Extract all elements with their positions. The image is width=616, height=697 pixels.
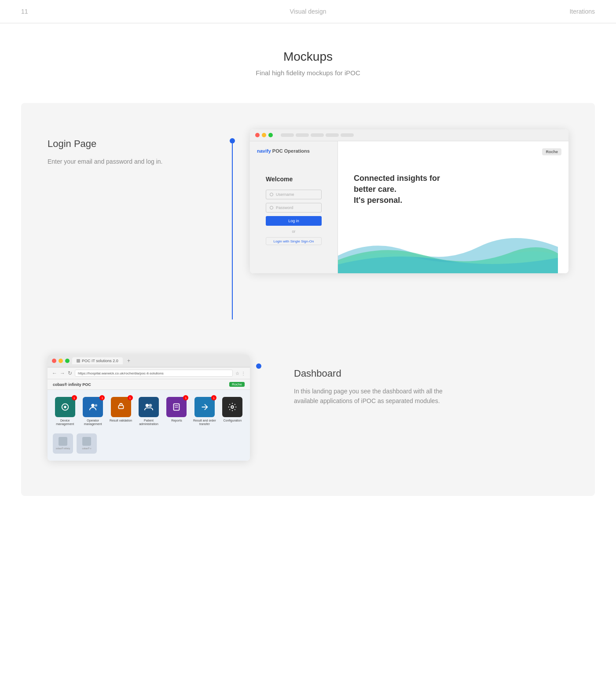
small-label-2: cobas® v — [82, 447, 92, 450]
timeline-login — [224, 129, 241, 319]
login-brand: navify POC Operations — [257, 148, 330, 154]
browser-nav-bar: ← → ↻ https://hospital.warwick.co.uk/roc… — [48, 367, 250, 379]
browser-tab-bar: POC IT solutions 2.0 + — [48, 355, 250, 367]
user-icon — [270, 193, 273, 196]
roche-badge: Roche — [542, 148, 561, 155]
module-label-0: Device management — [53, 419, 77, 426]
small-module-1: cobas® infinity — [53, 433, 73, 454]
module-badge-0: 1 — [72, 395, 77, 400]
header-title: Visual design — [290, 8, 326, 15]
timeline-line — [232, 143, 233, 319]
url-bar[interactable]: https://hospital.warwick.co.uk/roche/dia… — [75, 370, 233, 377]
module-label-5: Result and order transfer — [192, 419, 216, 426]
browser-dots — [255, 133, 273, 137]
module-6[interactable]: Configuration — [220, 397, 245, 426]
url-segment-5 — [341, 133, 354, 137]
username-field[interactable]: Username — [266, 190, 322, 199]
svg-point-3 — [95, 404, 98, 407]
module-1[interactable]: 1Operator management — [81, 397, 105, 426]
svg-point-6 — [149, 404, 152, 407]
dot-red-2 — [52, 359, 56, 363]
module-badge-1: 1 — [99, 395, 105, 400]
module-icon-5: 1 — [194, 397, 215, 417]
star-icon[interactable]: ☆ — [235, 371, 239, 376]
main-content: Mockups Final high fidelity mockups for … — [0, 23, 616, 566]
login-button[interactable]: Log in — [266, 216, 322, 226]
timeline-dot-dashboard — [256, 363, 261, 369]
brand-navify: navify — [257, 148, 271, 154]
login-section: Login Page Enter your email and password… — [48, 129, 568, 319]
module-4[interactable]: 1Reports — [165, 397, 189, 426]
module-badge-5: 1 — [211, 395, 216, 400]
dot-green-2 — [65, 359, 70, 363]
header-label: Iterations — [569, 8, 595, 15]
timeline-dashboard — [250, 355, 268, 369]
browser-tab[interactable]: POC IT solutions 2.0 — [72, 357, 123, 364]
tab-label: POC IT solutions 2.0 — [82, 359, 118, 363]
login-left-panel: navify POC Operations Welcome Username P… — [250, 141, 338, 273]
sso-button[interactable]: Login with Single Sign-On — [266, 237, 322, 245]
module-label-1: Operator management — [81, 419, 105, 426]
small-icon-2 — [82, 437, 91, 446]
svg-point-1 — [64, 406, 66, 408]
dashboard-description: Dashboard In this landing page you see t… — [268, 355, 568, 406]
module-icon-0: 1 — [55, 397, 75, 417]
password-placeholder: Password — [276, 205, 293, 210]
svg-point-5 — [146, 404, 149, 407]
module-3[interactable]: Patient administration — [136, 397, 161, 426]
svg-point-10 — [231, 406, 234, 408]
timeline-dot-login — [230, 138, 235, 143]
tagline-line1: Connected insights for — [354, 173, 553, 184]
back-button[interactable]: ← — [52, 370, 57, 376]
forward-button[interactable]: → — [60, 370, 65, 376]
svg-rect-4 — [118, 405, 123, 408]
small-icon-1 — [59, 437, 67, 446]
or-divider: or — [266, 229, 322, 234]
tagline-line2: better care. — [354, 184, 553, 195]
url-segment-3 — [311, 133, 324, 137]
dashboard-title: Dashboard — [294, 368, 568, 379]
section-subtitle: Final high fidelity mockups for iPOC — [21, 69, 595, 77]
login-right-panel: Roche Connected insights for better care… — [338, 141, 568, 273]
module-badge-2: 1 — [128, 395, 133, 400]
url-segment-2 — [296, 133, 309, 137]
menu-icon[interactable]: ⋮ — [241, 371, 246, 376]
dashboard-section: POC IT solutions 2.0 + ← → ↻ https://hos… — [48, 355, 568, 461]
module-label-2: Result validation — [110, 419, 132, 422]
page-header: 11 Visual design Iterations — [0, 0, 616, 23]
new-tab-button[interactable]: + — [127, 358, 130, 364]
dashboard-brand: cobas® infinity POC — [53, 382, 91, 387]
section-title: Mockups — [21, 50, 595, 64]
section-heading: Mockups Final high fidelity mockups for … — [21, 50, 595, 77]
module-icon-1: 1 — [83, 397, 103, 417]
login-welcome: Welcome — [266, 176, 322, 183]
login-text: Enter your email and password and log in… — [48, 157, 224, 166]
password-field[interactable]: Password — [266, 203, 322, 213]
dashboard-header-bar: cobas® infinity POC Roche — [48, 379, 250, 390]
page-number: 11 — [21, 8, 28, 15]
module-grid: 1Device management1Operator management1R… — [48, 390, 250, 433]
url-segment-4 — [326, 133, 339, 137]
module-0[interactable]: 1Device management — [53, 397, 77, 426]
browser-chrome — [250, 129, 568, 141]
dot-green — [268, 133, 273, 137]
sso-label: Login with Single Sign-On — [273, 239, 314, 243]
login-page-content: navify POC Operations Welcome Username P… — [250, 141, 568, 273]
dashboard-text: In this landing page you see the dashboa… — [294, 386, 461, 406]
login-description: Login Page Enter your email and password… — [48, 129, 224, 166]
tagline-line3: It's personal. — [354, 195, 553, 206]
module-2[interactable]: 1Result validation — [109, 397, 133, 426]
refresh-button[interactable]: ↻ — [68, 370, 72, 376]
login-form: Welcome Username Password Log in — [257, 167, 330, 254]
login-btn-label: Log in — [288, 219, 299, 223]
module-icon-2: 1 — [111, 397, 131, 417]
module-icon-3 — [139, 397, 159, 417]
module-label-4: Reports — [171, 419, 182, 422]
url-segment-1 — [281, 133, 294, 137]
wave-illustration — [338, 229, 558, 273]
browser-login: navify POC Operations Welcome Username P… — [250, 129, 568, 273]
dot-red — [255, 133, 260, 137]
module-label-3: Patient administration — [136, 419, 161, 426]
dot-yellow — [262, 133, 266, 137]
module-5[interactable]: 1Result and order transfer — [192, 397, 216, 426]
